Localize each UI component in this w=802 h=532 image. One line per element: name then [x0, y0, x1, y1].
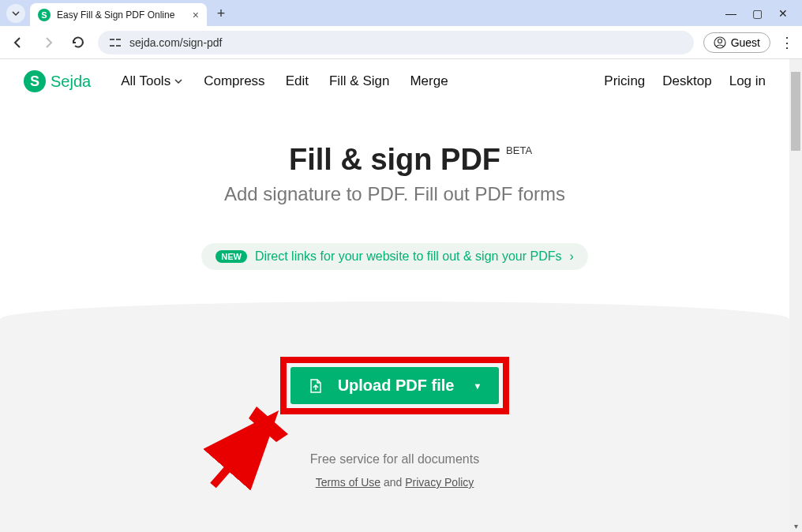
hero-section: Fill & sign PDF BETA Add signature to PD…	[0, 143, 789, 270]
site-header: S Sejda All Tools Compress Edit Fill & S…	[0, 59, 789, 103]
page-title: Fill & sign PDF BETA	[289, 143, 500, 177]
terms-link[interactable]: Terms of Use	[316, 476, 380, 489]
file-icon	[308, 378, 324, 394]
browser-tab[interactable]: S Easy Fill & Sign PDF Online ×	[30, 3, 207, 26]
upload-section: Upload PDF file ▼ Free service for all d…	[0, 302, 789, 532]
back-button[interactable]	[8, 32, 28, 53]
nav-pricing[interactable]: Pricing	[604, 73, 645, 89]
legal-text: Terms of Use and Privacy Policy	[0, 476, 789, 489]
chevron-down-icon	[174, 77, 183, 86]
browser-titlebar: S Easy Fill & Sign PDF Online × + — ▢ ✕	[0, 0, 802, 26]
title-text: Fill & sign PDF	[289, 143, 500, 176]
site-settings-icon	[109, 36, 122, 49]
window-controls: — ▢ ✕	[725, 7, 802, 20]
tab-close-button[interactable]: ×	[193, 9, 199, 21]
tab-title: Easy Fill & Sign PDF Online	[57, 9, 186, 21]
page-subtitle: Add signature to PDF. Fill out PDF forms	[0, 183, 789, 205]
address-bar[interactable]: sejda.com/sign-pdf	[98, 31, 694, 54]
reload-button[interactable]	[68, 32, 88, 53]
arrow-right-icon	[41, 36, 55, 50]
upload-pdf-button[interactable]: Upload PDF file ▼	[290, 367, 500, 404]
nav-label: Compress	[204, 73, 264, 89]
nav-label: Desktop	[662, 73, 711, 89]
logo-text: Sejda	[51, 73, 91, 91]
svg-point-5	[718, 39, 721, 43]
browser-toolbar: sejda.com/sign-pdf Guest ⋮	[0, 26, 802, 59]
arrow-left-icon	[11, 36, 25, 50]
guest-label: Guest	[731, 36, 760, 49]
forward-button[interactable]	[38, 32, 58, 53]
profile-button[interactable]: Guest	[703, 32, 770, 53]
page-content: S Sejda All Tools Compress Edit Fill & S…	[0, 59, 789, 532]
logo-icon: S	[24, 70, 46, 92]
caret-down-icon: ▼	[473, 381, 482, 391]
new-tab-button[interactable]: +	[212, 4, 230, 23]
beta-badge: BETA	[506, 144, 532, 156]
reload-icon	[71, 36, 85, 50]
nav-label: Merge	[410, 73, 448, 89]
promo-text: Direct links for your website to fill ou…	[255, 249, 562, 264]
nav-desktop[interactable]: Desktop	[662, 73, 711, 89]
nav-login[interactable]: Log in	[729, 73, 766, 89]
vertical-scrollbar[interactable]: ▾	[789, 59, 802, 532]
viewport: S Sejda All Tools Compress Edit Fill & S…	[0, 59, 802, 532]
svg-rect-2	[110, 45, 114, 47]
close-window-button[interactable]: ✕	[778, 7, 788, 20]
url-text: sejda.com/sign-pdf	[129, 36, 223, 49]
promo-link[interactable]: NEW Direct links for your website to fil…	[201, 243, 588, 270]
new-badge: NEW	[215, 250, 247, 263]
nav-label: Fill & Sign	[329, 73, 390, 89]
nav-merge[interactable]: Merge	[410, 73, 448, 89]
nav-fill-sign[interactable]: Fill & Sign	[329, 73, 390, 89]
nav-label: Log in	[729, 73, 766, 89]
annotation-highlight: Upload PDF file ▼	[280, 357, 510, 414]
sejda-favicon-icon: S	[38, 9, 51, 21]
nav-all-tools[interactable]: All Tools	[121, 73, 183, 89]
service-text: Free service for all documents	[0, 452, 789, 466]
nav-edit[interactable]: Edit	[286, 73, 309, 89]
and-text: and	[380, 476, 405, 489]
site-logo[interactable]: S Sejda	[24, 70, 91, 92]
nav-label: Pricing	[604, 73, 645, 89]
chevron-down-icon	[11, 9, 21, 18]
tab-search-button[interactable]	[6, 4, 25, 23]
svg-rect-3	[116, 45, 121, 47]
minimize-button[interactable]: —	[725, 7, 736, 20]
maximize-button[interactable]: ▢	[752, 7, 763, 20]
nav-compress[interactable]: Compress	[204, 73, 264, 89]
chevron-right-icon: ›	[569, 249, 573, 264]
upload-label: Upload PDF file	[338, 377, 455, 395]
nav-label: Edit	[286, 73, 309, 89]
guest-icon	[714, 36, 726, 49]
nav-right: Pricing Desktop Log in	[604, 73, 766, 89]
svg-rect-0	[110, 39, 114, 40]
privacy-link[interactable]: Privacy Policy	[405, 476, 474, 489]
scroll-down-button[interactable]: ▾	[789, 519, 802, 532]
nav-label: All Tools	[121, 73, 171, 89]
svg-rect-1	[116, 39, 121, 40]
browser-menu-button[interactable]: ⋮	[780, 34, 794, 51]
scroll-thumb[interactable]	[791, 72, 800, 151]
